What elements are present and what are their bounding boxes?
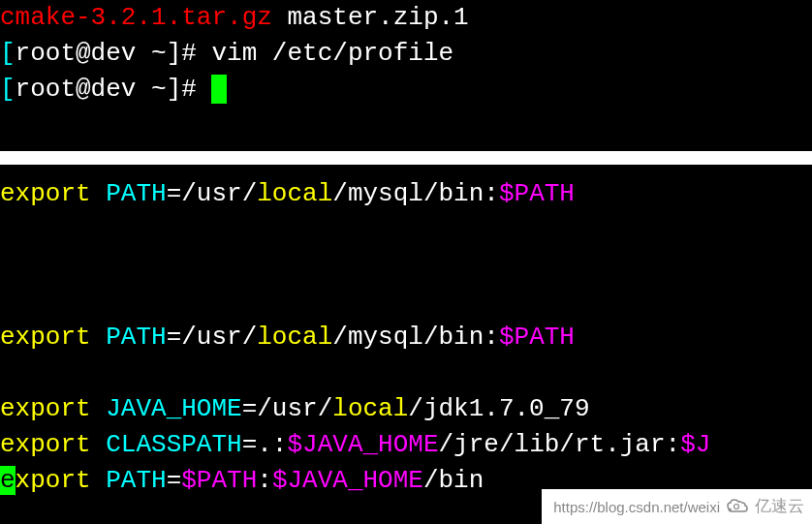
export-classpath-line: export CLASSPATH=.:$JAVA_HOME/jre/lib/rt… xyxy=(0,427,812,463)
command-vim: vim /etc/profile xyxy=(211,39,453,68)
watermark-brand: 亿速云 xyxy=(755,495,804,518)
cloud-icon xyxy=(726,498,749,515)
watermark-overlay: https://blog.csdn.net/weixi 亿速云 xyxy=(542,489,812,524)
svg-point-0 xyxy=(734,505,739,509)
export-java-home-line: export JAVA_HOME=/usr/local/jdk1.7.0_79 xyxy=(0,391,812,427)
export-path-line-2: export PATH=/usr/local/mysql/bin:$PATH xyxy=(0,320,812,355)
terminal-panel-1: cmake-3.2.1.tar.gz master.zip.1 [root@de… xyxy=(0,0,812,151)
terminal-panel-2: export PATH=/usr/local/mysql/bin:$PATH e… xyxy=(0,165,812,524)
watermark-url: https://blog.csdn.net/weixi xyxy=(553,497,720,517)
filename-zip: master.zip.1 xyxy=(287,3,468,32)
prompt-line-command: [root@dev ~]# vim /etc/profile xyxy=(0,36,812,72)
filename-archive: cmake-3.2.1.tar.gz xyxy=(0,3,272,32)
vim-cursor: e xyxy=(0,466,16,495)
terminal-cursor xyxy=(211,75,227,104)
export-path-line-1: export PATH=/usr/local/mysql/bin:$PATH xyxy=(0,176,812,212)
file-listing-line: cmake-3.2.1.tar.gz master.zip.1 xyxy=(0,0,812,36)
prompt-line-cursor[interactable]: [root@dev ~]# xyxy=(0,72,812,108)
